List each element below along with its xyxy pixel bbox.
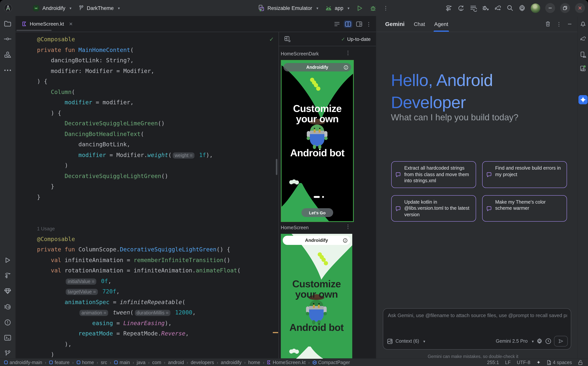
breadcrumb-item[interactable]: main	[114, 360, 130, 365]
code-line[interactable]: )	[37, 160, 241, 171]
code-content[interactable]: @Composableprivate fun MainHomeContent( …	[37, 34, 241, 358]
code-line[interactable]: @Composable	[37, 234, 241, 244]
resource-manager-icon[interactable]	[4, 51, 11, 58]
editor-scrollbar[interactable]	[276, 159, 277, 175]
code-line[interactable]: val rotationAnimation = infiniteAnimatio…	[37, 266, 241, 276]
code-line[interactable]: @Composable	[37, 34, 241, 45]
suggestion-card[interactable]: Extract all hardcoded strings from this …	[391, 161, 476, 188]
breadcrumb-item[interactable]: CompactPager	[312, 360, 350, 365]
caret-position[interactable]: 255:1	[487, 360, 499, 365]
code-editor[interactable]: @Composableprivate fun MainHomeContent( …	[16, 32, 279, 358]
code-line[interactable]: }	[37, 192, 241, 202]
breadcrumb-item[interactable]: android	[168, 360, 184, 365]
code-line[interactable]: animation = tween(durationMillis = 12000…	[37, 308, 241, 318]
notifications-bell-icon[interactable]	[580, 20, 586, 27]
history-clock-icon[interactable]	[545, 338, 551, 344]
code-line[interactable]: DecorativeSquiggleLightGreen()	[37, 171, 241, 182]
code-line[interactable]: easing = LinearEasing),	[37, 318, 241, 328]
project-tool-window-icon[interactable]	[4, 21, 11, 27]
code-line[interactable]: ) {	[37, 108, 241, 118]
profiler-icon[interactable]	[4, 304, 11, 310]
preview-light-menu-icon[interactable]: ⋮	[345, 224, 351, 229]
hide-panel-icon[interactable]	[567, 22, 572, 26]
debug-button[interactable]	[370, 5, 376, 11]
preview-view-icon[interactable]	[356, 21, 362, 27]
code-line[interactable]: DecorativeSquiggleLimeGreen()	[37, 118, 241, 129]
model-selector[interactable]: Gemini 2.5 Pro	[496, 338, 528, 344]
send-button[interactable]	[554, 336, 568, 347]
code-line[interactable]: private fun MainHomeContent(	[37, 45, 241, 55]
lets-go-button[interactable]: Let's Go	[301, 208, 333, 217]
context-selector[interactable]: Context (6)	[396, 338, 419, 344]
code-line[interactable]: ),	[37, 339, 241, 350]
tab-homescreen-kt[interactable]: HomeScreen.kt ✕	[16, 16, 76, 32]
attach-debugger-icon[interactable]	[482, 4, 489, 12]
gradle-tool-window-icon[interactable]	[579, 36, 586, 42]
code-line[interactable]	[37, 213, 241, 223]
code-line[interactable]: targetValue = 720f,	[37, 287, 241, 297]
info-icon[interactable]: i	[344, 65, 348, 69]
tab-agent[interactable]: Agent	[434, 16, 448, 32]
code-line[interactable]: initialValue = 0f,	[37, 276, 241, 287]
file-encoding[interactable]: UTF-8	[517, 360, 530, 365]
breadcrumb-item[interactable]: src	[101, 360, 107, 365]
vcs-branch-selector[interactable]: DarkTheme ▾	[78, 5, 120, 11]
breadcrumb-item[interactable]: androidify-main	[4, 360, 42, 365]
breadcrumb-item[interactable]: feature	[49, 360, 69, 365]
preview-dark-menu-icon[interactable]: ⋮	[345, 50, 351, 55]
suggestion-card[interactable]: Update kotlin in @libs.version.toml to t…	[391, 195, 476, 221]
project-selector[interactable]: Androidify ▾	[32, 4, 71, 12]
unlock-icon[interactable]	[578, 360, 583, 365]
indent-setting[interactable]: 4 spaces	[547, 360, 572, 365]
breadcrumbs[interactable]: androidify-main›feature›home›src›main›ja…	[4, 360, 487, 365]
preview-card-homescreendark[interactable]: Androidify i Customize your own	[281, 60, 354, 222]
breadcrumb-item[interactable]: HomeScreen.kt	[267, 360, 305, 365]
ai-sparkle-icon[interactable]: ✦	[536, 359, 541, 365]
build-tool-window-icon[interactable]	[4, 272, 11, 279]
apply-changes-icon[interactable]: A	[457, 4, 465, 12]
run-button[interactable]	[356, 5, 363, 11]
run-configuration-selector[interactable]: app ▾	[325, 5, 349, 11]
breadcrumb-item[interactable]: developers	[191, 360, 214, 365]
code-line[interactable]	[37, 202, 241, 213]
editor-only-view-icon[interactable]	[334, 21, 340, 27]
minimize-button[interactable]	[545, 3, 555, 13]
info-icon[interactable]: i	[343, 238, 347, 242]
version-control-icon[interactable]	[5, 350, 11, 357]
main-menu-icon[interactable]	[19, 6, 26, 10]
device-selector[interactable]: Resizable Emulator ▾	[258, 5, 318, 11]
gemini-settings-icon[interactable]	[536, 338, 542, 344]
code-line[interactable]: animationSpec = infiniteRepeatable(	[37, 297, 241, 308]
code-line[interactable]: Column(	[37, 87, 241, 97]
apply-code-changes-icon[interactable]	[470, 4, 477, 12]
code-line[interactable]: dancingBotLink,	[37, 139, 241, 150]
code-line[interactable]: DancingBotHeadlineText(	[37, 129, 241, 139]
tab-chat[interactable]: Chat	[414, 16, 425, 32]
attach-image-icon[interactable]	[387, 338, 393, 344]
code-line[interactable]: ) {	[37, 76, 241, 87]
code-line[interactable]: private fun ColumnScope.DecorativeSquigg…	[37, 244, 241, 255]
tab-close-icon[interactable]: ✕	[69, 21, 73, 27]
search-everywhere-icon[interactable]	[507, 5, 513, 11]
running-devices-icon[interactable]	[580, 65, 586, 72]
problems-tool-window-icon[interactable]	[4, 319, 11, 326]
breadcrumb-item[interactable]: home	[76, 360, 94, 365]
more-actions-icon[interactable]: ⋮	[383, 5, 388, 11]
breadcrumb-item[interactable]: home	[248, 360, 260, 365]
gemini-tool-window-icon[interactable]	[578, 95, 588, 104]
more-tool-windows-icon[interactable]	[4, 69, 11, 71]
clear-chat-trash-icon[interactable]	[545, 21, 550, 27]
suggestion-card[interactable]: Make my Theme's color scheme warmer	[482, 195, 567, 221]
build-project-icon[interactable]	[445, 4, 452, 12]
device-manager-icon[interactable]	[580, 51, 586, 58]
editor-options-icon[interactable]: ⋮	[366, 21, 371, 27]
code-line[interactable]: val infiniteAnimation = rememberInfinite…	[37, 255, 241, 266]
code-line[interactable]: modifier = Modifier.weight(weight = 1f),	[37, 150, 241, 160]
line-separator[interactable]: LF	[505, 360, 511, 365]
code-line[interactable]: }	[37, 182, 241, 192]
code-line[interactable]: 1 Usage	[37, 223, 241, 234]
user-avatar[interactable]	[531, 3, 540, 13]
inspections-ok-icon[interactable]: ✓	[269, 36, 274, 43]
breadcrumb-item[interactable]: androidify	[221, 360, 241, 365]
close-button[interactable]	[575, 3, 585, 13]
